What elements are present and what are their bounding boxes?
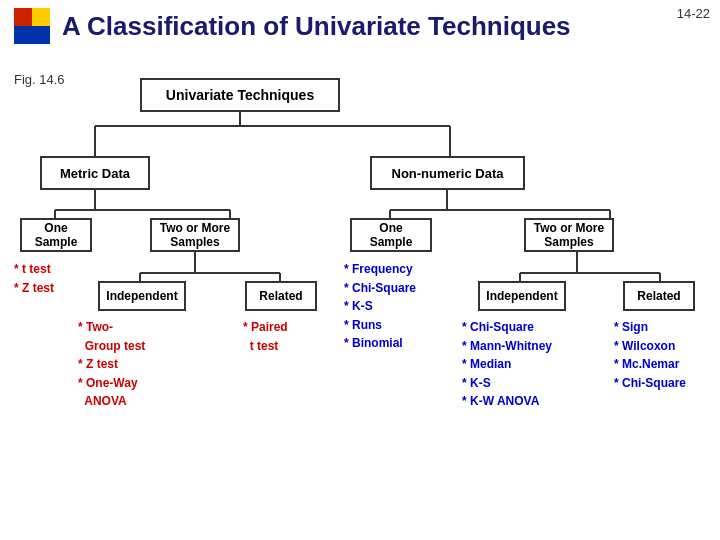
- tree-container: Univariate Techniques Metric Data Non-nu…: [0, 68, 720, 540]
- metric-one-sample-node: One Sample: [20, 218, 92, 252]
- metric-data-node: Metric Data: [40, 156, 150, 190]
- metric-related-list: * Paired t test: [243, 318, 288, 355]
- metric-independent-list: * Two- Group test * Z test * One-Way ANO…: [78, 318, 145, 411]
- page-title: A Classification of Univariate Technique…: [62, 11, 571, 42]
- non-numeric-node: Non-numeric Data: [370, 156, 525, 190]
- metric-independent-node: Independent: [98, 281, 186, 311]
- nonnum-related-node: Related: [623, 281, 695, 311]
- metric-related-node: Related: [245, 281, 317, 311]
- metric-one-sample-list: * t test * Z test: [14, 260, 54, 297]
- nonnum-one-sample-list: * Frequency * Chi-Square * K-S * Runs * …: [344, 260, 416, 353]
- svg-rect-2: [14, 26, 32, 44]
- nonnum-related-list: * Sign * Wilcoxon * Mc.Nemar * Chi-Squar…: [614, 318, 686, 392]
- nonnum-independent-list: * Chi-Square * Mann-Whitney * Median * K…: [462, 318, 552, 411]
- svg-rect-1: [32, 8, 50, 26]
- logo-icon: [14, 8, 50, 44]
- metric-two-more-node: Two or More Samples: [150, 218, 240, 252]
- header: A Classification of Univariate Technique…: [0, 0, 720, 48]
- svg-rect-3: [32, 26, 50, 44]
- svg-rect-0: [14, 8, 32, 26]
- nonnum-one-sample-node: One Sample: [350, 218, 432, 252]
- page-number: 14-22: [677, 6, 710, 21]
- nonnum-two-more-node: Two or More Samples: [524, 218, 614, 252]
- nonnum-independent-node: Independent: [478, 281, 566, 311]
- root-node: Univariate Techniques: [140, 78, 340, 112]
